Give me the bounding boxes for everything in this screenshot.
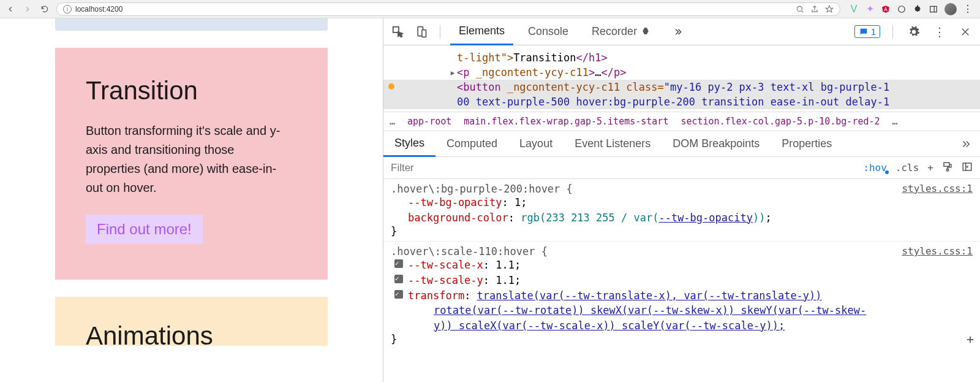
close-devtools-icon[interactable] [957,23,974,40]
svg-point-0 [797,6,802,11]
reload-button[interactable] [39,4,50,15]
selected-element[interactable]: <button _ngcontent-ycy-c11 class="my-16 … [383,80,980,94]
elements-tree[interactable]: t-light">Transition</h1> ▸<p _ngcontent-… [383,45,980,112]
messages-badge[interactable]: 1 [854,25,880,38]
search-icon[interactable] [796,5,804,13]
source-link[interactable]: styles.css:1 [902,183,973,194]
subtab-properties[interactable]: Properties [771,131,843,157]
animations-card: Animations [55,297,328,346]
tab-recorder[interactable]: Recorder [583,18,659,45]
back-button[interactable] [5,4,16,15]
breadcrumb-overflow[interactable]: … [892,116,898,127]
checkbox-icon[interactable] [394,275,403,283]
transition-card: Transition Button transforming it's scal… [55,48,328,280]
prev-card-partial [55,18,328,31]
share-icon[interactable] [810,5,819,13]
site-info-icon[interactable]: i [63,5,72,13]
breadcrumb-item[interactable]: app-root [407,116,451,127]
subtab-dom-breakpoints[interactable]: DOM Breakpoints [662,131,771,157]
url-text: localhost:4200 [75,5,123,13]
subtab-computed[interactable]: Computed [435,131,508,157]
profile-avatar[interactable] [944,3,957,15]
css-rule[interactable]: styles.css:1 .hover\:scale-110:hover { -… [383,242,980,349]
svg-rect-8 [947,169,949,170]
add-declaration-icon[interactable]: + [967,332,974,346]
paint-icon[interactable] [942,161,953,175]
breadcrumb-item[interactable]: main.flex.flex-wrap.gap-5.items-start [464,116,668,127]
styles-filter-row: :hov .cls + [383,157,980,179]
card-desc: Button transforming it's scale and y-axi… [86,121,282,197]
svg-point-1 [899,6,905,12]
bookmark-icon[interactable] [825,5,834,13]
breadcrumb-item[interactable]: section.flex-col.gap-5.p-10.bg-red-2 [680,116,880,127]
card-title: Transition [86,76,297,105]
checkbox-icon[interactable] [394,290,403,299]
toggle-pane-icon[interactable] [962,161,973,175]
tab-elements[interactable]: Elements [450,18,513,45]
styles-filter-input[interactable] [383,162,856,174]
extensions-icon[interactable] [913,4,922,14]
more-icon[interactable]: ⋮ [931,23,948,40]
redux-ext-icon[interactable]: ✦ [865,4,875,14]
page-viewport: Transition Button transforming it's scal… [0,18,383,382]
menu-icon[interactable]: ⋮ [963,4,973,14]
side-panel-icon[interactable] [929,4,938,14]
new-rule-icon[interactable]: + [927,162,933,174]
forward-button[interactable] [22,4,33,15]
subtab-layout[interactable]: Layout [508,131,564,157]
expand-icon[interactable]: ▸ [450,66,456,78]
hov-toggle[interactable]: :hov [863,162,887,174]
card-title: Animations [86,321,297,346]
privacy-ext-icon[interactable] [897,4,907,14]
svg-rect-2 [930,6,937,12]
devtools-panel: Elements Console Recorder 1 ⋮ t-light">T… [383,18,980,382]
subtab-styles[interactable]: Styles [383,131,435,157]
subtabs-overflow-icon[interactable] [949,131,980,157]
cls-toggle[interactable]: .cls [895,162,919,174]
devtools-tabs: Elements Console Recorder 1 ⋮ [383,18,980,45]
style-rules: styles.css:1 .hover\:bg-purple-200:hover… [383,179,980,349]
source-link[interactable]: styles.css:1 [902,245,973,257]
settings-icon[interactable] [905,23,922,40]
extension-icons: V ✦ ⋮ [846,3,975,15]
css-rule[interactable]: styles.css:1 .hover\:bg-purple-200:hover… [383,179,980,242]
address-bar[interactable]: i localhost:4200 [56,2,840,16]
find-out-more-button[interactable]: Find out more! [86,215,203,244]
subtab-event-listeners[interactable]: Event Listeners [564,131,662,157]
breakpoint-dot-icon [388,83,394,90]
browser-toolbar: i localhost:4200 V ✦ ⋮ [0,0,980,18]
tabs-overflow-icon[interactable] [665,18,695,45]
svg-rect-7 [944,162,949,166]
address-right [796,5,834,13]
breadcrumb-overflow[interactable]: … [390,116,395,127]
checkbox-icon[interactable] [394,259,403,268]
tab-console[interactable]: Console [519,18,577,45]
vue-ext-icon[interactable]: V [849,4,859,14]
breadcrumb: … app-root main.flex.flex-wrap.gap-5.ite… [383,112,980,131]
inspect-icon[interactable] [390,23,407,40]
svg-rect-6 [422,29,426,37]
device-icon[interactable] [413,23,430,40]
angular-ext-icon[interactable] [881,4,891,14]
styles-subtabs: Styles Computed Layout Event Listeners D… [383,131,980,157]
